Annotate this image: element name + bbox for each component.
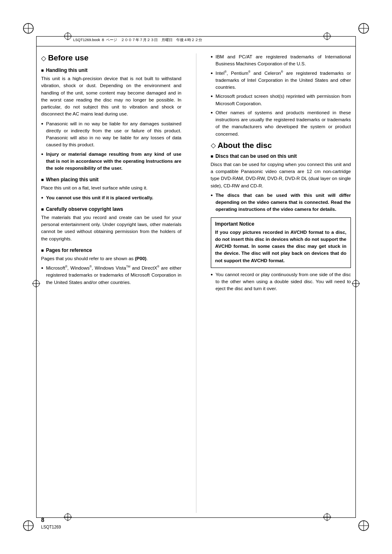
handling-unit-para1: This unit is a high-precision device tha… [41, 75, 182, 118]
copyright-heading: Carefully observe copyright laws [41, 206, 182, 212]
double-sided-bullet: You cannot record or play continuously f… [211, 271, 351, 293]
pages-reference-para: Pages that you should refer to are shown… [41, 255, 182, 262]
header-bottom-line [36, 46, 356, 46]
trademark-bullet5: Other names of systems and products ment… [211, 109, 351, 138]
trademarks-right-section: IBM and PC/AT are registered trademarks … [211, 53, 351, 138]
trademark-bullet3: Intel®, Pentium® and Celeron® are regist… [211, 70, 351, 91]
trademark-bullet1: Microsoft®, Windows®, Windows VistaTM an… [41, 265, 182, 286]
discs-usable-para: Discs that can be used for copying when … [211, 161, 351, 189]
discs-usable-heading: Discs that can be used on this unit [211, 153, 351, 159]
header-text: LSQT1269.book ８ ページ ２００７年７月２３日 月曜日 午後４時２… [73, 37, 202, 43]
pages-reference-heading: Pages for reference [41, 247, 182, 253]
page-wrapper: LSQT1269.book ８ ページ ２００７年７月２３日 月曜日 午後４時２… [0, 0, 392, 554]
trademark-bullet4: Microsoft product screen shot(s) reprint… [211, 93, 351, 107]
important-notice-box: Important Notice If you copy pictures re… [211, 217, 351, 268]
crosshair-top-left [64, 32, 72, 41]
left-column: ◇ Before use Handling this unit This uni… [41, 53, 186, 513]
crosshair-bottom-left [64, 513, 72, 522]
trademark-bullet2: IBM and PC/AT are registered trademarks … [211, 53, 351, 68]
placing-unit-para: Place this unit on a flat, level surface… [41, 185, 182, 192]
copyright-para: The materials that you record and create… [41, 214, 182, 242]
handling-unit-heading: Handling this unit [41, 67, 182, 73]
important-notice-title: Important Notice [215, 221, 347, 227]
placing-unit-bullet: You cannot use this unit if it is placed… [41, 194, 182, 201]
header-top-line [36, 36, 356, 37]
content-area: ◇ Before use Handling this unit This uni… [41, 53, 351, 513]
placing-unit-heading: When placing this unit [41, 177, 182, 182]
crosshair-mid-left [32, 279, 40, 289]
reg-mark-bottom-right [358, 520, 369, 531]
crosshair-mid-right [352, 279, 360, 289]
page-code: LSQT1269 [41, 525, 61, 529]
column-divider [196, 53, 196, 513]
right-column: IBM and PC/AT are registered trademarks … [207, 53, 351, 513]
diamond-icon-about-disc: ◇ [211, 141, 216, 149]
diamond-icon-before-use: ◇ [41, 54, 46, 62]
important-notice-text: If you copy pictures recorded in AVCHD f… [215, 229, 347, 264]
reg-mark-bottom-left [23, 520, 34, 531]
reg-mark-top-left [23, 23, 34, 34]
page-number: 8 [41, 517, 44, 523]
discs-usable-bullet: The discs that can be used with this uni… [211, 192, 351, 213]
handling-bullet2: Injury or material damage resulting from… [41, 151, 182, 172]
before-use-title: ◇ Before use [41, 53, 182, 62]
handling-bullet1: Panasonic will in no way be liable for a… [41, 120, 182, 149]
crosshair-bottom-right [323, 513, 331, 522]
about-disc-title: ◇ About the disc [211, 141, 351, 150]
crosshair-top-right [323, 32, 331, 41]
reg-mark-top-right [358, 23, 369, 34]
